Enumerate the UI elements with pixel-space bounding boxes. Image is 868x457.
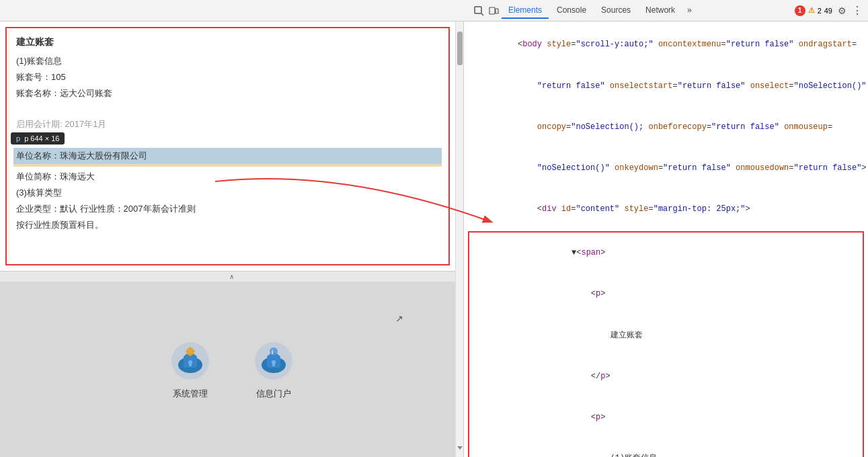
inspect-element-icon[interactable] — [472, 4, 485, 17]
warning-icon: ⚠ — [808, 6, 815, 15]
html-line-body-4: "noSelection()" onkeydown="return false"… — [464, 148, 868, 189]
tab-console[interactable]: Console — [550, 3, 593, 19]
tab-network[interactable]: Network — [639, 3, 682, 19]
devtools-panel: <body style="scroll-y:auto;" oncontextme… — [464, 22, 868, 457]
svg-rect-20 — [272, 362, 275, 366]
tooltip-tag: p — [16, 134, 20, 142]
html-line-span[interactable]: ▼<span> — [469, 233, 863, 274]
section2-title: (2)单位信息 — [16, 133, 439, 145]
svg-line-1 — [481, 13, 483, 15]
app-system-management[interactable]: 系统管理 — [169, 339, 212, 400]
html-line-p2[interactable]: <p> — [469, 397, 863, 438]
element-tooltip: p p 644 × 16 — [11, 132, 65, 144]
html-text-account-title: 建立账套 — [469, 315, 863, 356]
account-number: 账套号：105 — [16, 71, 439, 83]
html-line-p1-close: </p> — [469, 356, 863, 397]
info-portal-label: 信息门户 — [256, 388, 291, 400]
html-line-body[interactable]: <body style="scroll-y:auto;" oncontextme… — [464, 24, 868, 65]
account-name: 账套名称：远大公司账套 — [16, 87, 439, 99]
web-content-box: 建立账套 (1)账套信息 账套号：105 账套名称：远大公司账套 p p 644… — [5, 27, 450, 265]
status-icons: 1 ⚠ 2 49 — [795, 5, 832, 16]
section1-title: (1)账套信息 — [16, 55, 439, 67]
svg-text:i: i — [272, 349, 274, 356]
svg-point-21 — [270, 347, 278, 356]
warning-count: 2 — [818, 7, 822, 15]
app-info-portal[interactable]: i 信息门户 — [252, 339, 295, 400]
preset-subject: 按行业性质预置科目。 — [16, 219, 439, 231]
system-management-icon — [169, 339, 212, 382]
html-text-section1: (1)账套信息 — [469, 438, 863, 457]
html-line-body-3: oncopy="noSelection(); onbeforecopy="ret… — [464, 106, 868, 147]
system-management-label: 系统管理 — [173, 388, 208, 400]
highlighted-company-row: 单位名称：珠海远大股份有限公司 — [13, 148, 442, 164]
svg-rect-2 — [489, 7, 495, 14]
device-toolbar-icon[interactable] — [487, 4, 500, 17]
html-line-body-2: "return false" onselectstart="return fal… — [464, 65, 868, 106]
svg-rect-3 — [496, 9, 498, 13]
html-line-p1[interactable]: <p> — [469, 274, 863, 315]
tooltip-size: p 644 × 16 — [24, 134, 59, 142]
svg-rect-0 — [475, 7, 481, 13]
scroll-down-arrow[interactable] — [457, 446, 463, 452]
company-short: 单位简称：珠海远大 — [16, 171, 439, 183]
orange-highlight-bar — [13, 164, 442, 167]
section3-title: (3)核算类型 — [16, 187, 439, 199]
tab-more[interactable]: » — [683, 3, 696, 19]
devtools-elements-content[interactable]: <body style="scroll-y:auto;" oncontextme… — [464, 22, 868, 457]
scrollbar-thumb[interactable] — [457, 32, 463, 65]
tab-elements[interactable]: Elements — [502, 3, 549, 19]
svg-rect-9 — [189, 362, 192, 366]
settings-icon[interactable]: ⚙ — [838, 5, 846, 16]
tab-sources[interactable]: Sources — [594, 3, 637, 19]
collapse-bar[interactable]: ∧ — [0, 271, 463, 282]
error-count[interactable]: 1 — [795, 5, 805, 16]
more-options-icon[interactable]: ⋮ — [852, 4, 863, 17]
start-period-obscured: 启用会计期: 2017年1月 — [16, 118, 439, 130]
info-portal-icon: i — [252, 339, 295, 382]
web-scrollbar[interactable] — [455, 22, 463, 457]
web-panel: 建立账套 (1)账套信息 账套号：105 账套名称：远大公司账套 p p 644… — [0, 22, 464, 457]
page-title: 建立账套 — [16, 36, 439, 48]
enterprise-type: 企业类型：默认 行业性质：2007年新会计准则 — [16, 203, 439, 215]
devtools-header: Elements Console Sources Network » 1 ⚠ 2… — [0, 0, 868, 22]
apps-section: 系统管理 i — [0, 282, 463, 457]
info-count: 49 — [824, 7, 832, 15]
devtools-code-box: ▼<span> <p> 建立账套 </p> — [468, 231, 864, 457]
html-line-div-content[interactable]: <div id="content" style="margin-top: 25p… — [464, 189, 868, 230]
